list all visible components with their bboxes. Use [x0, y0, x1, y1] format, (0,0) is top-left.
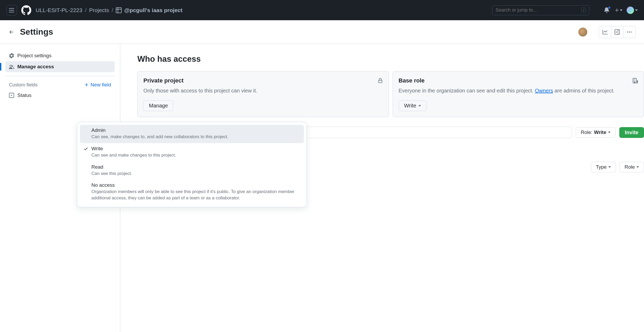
svg-point-1: [629, 32, 630, 33]
github-icon: [21, 5, 31, 15]
global-header: ULL-ESIT-PL-2223 / Projects / @pcgull's …: [0, 0, 644, 20]
card-body: Everyone in the organization can see and…: [399, 87, 638, 95]
private-project-card: Private project Only those with access t…: [137, 71, 389, 117]
organization-icon: [633, 78, 638, 84]
role-option-admin[interactable]: Admin Can see, make changes to, and add …: [80, 125, 304, 143]
sidebar-item-label: Project settings: [17, 53, 51, 59]
arrow-left-icon: [8, 29, 15, 35]
option-desc: Can see and make changes to this project…: [91, 152, 300, 158]
breadcrumb-separator: /: [85, 7, 86, 13]
user-menu[interactable]: [627, 7, 638, 14]
owner-avatar[interactable]: [578, 28, 587, 37]
view-controls: [599, 26, 636, 38]
base-role-card: Base role Everyone in the organization c…: [393, 71, 644, 117]
sidebar-item-label: Manage access: [17, 64, 54, 70]
role-option-read[interactable]: Read Can see this project.: [80, 162, 304, 180]
caret-down-icon: [635, 9, 638, 11]
role-option-write[interactable]: Write Can see and make changes to this p…: [80, 143, 304, 162]
breadcrumb-current[interactable]: @pcgull's iaas project: [116, 7, 183, 13]
avatar: [627, 7, 634, 14]
base-role-select[interactable]: Write: [399, 100, 427, 111]
people-icon: [9, 64, 14, 69]
breadcrumb-org[interactable]: ULL-ESIT-PL-2223: [36, 7, 82, 13]
gear-icon: [9, 53, 14, 58]
role-value: Write: [594, 129, 606, 135]
access-cards: Private project Only those with access t…: [137, 71, 644, 117]
insights-button[interactable]: [599, 26, 611, 38]
option-title: Admin: [91, 127, 300, 133]
page-subheader: Settings: [0, 20, 644, 44]
table-icon: [116, 7, 122, 13]
check-icon: [84, 146, 88, 151]
lock-icon: [378, 78, 383, 84]
caret-down-icon: [608, 132, 611, 133]
caret-down-icon: [608, 166, 611, 168]
manage-button[interactable]: Manage: [143, 100, 173, 111]
page-title: Settings: [20, 27, 53, 37]
new-field-label: New field: [91, 82, 111, 88]
search-input-wrapper[interactable]: /: [492, 5, 589, 15]
base-role-value: Write: [404, 103, 416, 109]
search-input[interactable]: [496, 7, 579, 13]
plus-icon: [615, 8, 619, 13]
kebab-icon: [627, 31, 632, 33]
sidebar-expand-icon: [615, 29, 620, 35]
notification-dot-icon: [608, 6, 611, 9]
sidebar-item-manage-access[interactable]: Manage access: [5, 61, 115, 72]
custom-fields-header: Custom fields New field: [5, 80, 115, 90]
menu-button[interactable]: [6, 5, 17, 15]
option-title: No access: [91, 182, 300, 188]
divider: [5, 76, 115, 76]
breadcrumb: ULL-ESIT-PL-2223 / Projects / @pcgull's …: [36, 7, 183, 13]
layout: Project settings Manage access Custom fi…: [0, 44, 644, 332]
card-title: Private project: [143, 77, 184, 84]
role-dropdown: Admin Can see, make changes to, and add …: [77, 122, 307, 207]
role-filter-label: Role: [625, 164, 635, 170]
option-desc: Can see this project.: [91, 170, 300, 177]
option-desc: Organization members will only be able t…: [91, 189, 300, 201]
sidebar-item-status[interactable]: Status: [5, 90, 115, 101]
panel-button[interactable]: [611, 26, 623, 38]
owners-link[interactable]: Owners: [535, 88, 553, 94]
invite-role-select[interactable]: Role: Write: [576, 127, 616, 138]
main-content: Who has access Private project Only thos…: [120, 44, 644, 332]
caret-down-icon: [418, 105, 421, 107]
single-select-icon: [9, 93, 14, 98]
caret-down-icon: [636, 166, 639, 168]
card-body: Only those with access to this project c…: [143, 87, 383, 95]
type-filter[interactable]: Type: [591, 162, 616, 172]
section-heading: Who has access: [137, 54, 644, 64]
caret-down-icon: [620, 9, 622, 11]
search-shortcut: /: [581, 8, 586, 13]
github-logo[interactable]: [21, 5, 32, 15]
more-button[interactable]: [623, 26, 635, 38]
project-name: @pcgull's iaas project: [124, 7, 183, 13]
option-desc: Can see, make changes to, and add new co…: [91, 134, 300, 140]
plus-icon: [84, 82, 89, 87]
type-label: Type: [596, 164, 607, 170]
role-label: Role:: [581, 129, 592, 135]
role-filter[interactable]: Role: [620, 162, 644, 172]
svg-point-2: [631, 32, 632, 33]
hamburger-icon: [9, 8, 14, 12]
breadcrumb-projects[interactable]: Projects: [89, 7, 109, 13]
new-field-button[interactable]: New field: [84, 82, 111, 88]
notifications-button[interactable]: [603, 7, 610, 14]
svg-point-0: [627, 32, 628, 33]
invite-button[interactable]: Invite: [619, 127, 644, 138]
back-button[interactable]: [8, 29, 15, 35]
option-title: Read: [91, 164, 300, 170]
breadcrumb-separator: /: [112, 7, 113, 13]
role-option-no-access[interactable]: No access Organization members will only…: [80, 180, 304, 204]
sidebar-item-project-settings[interactable]: Project settings: [5, 50, 115, 61]
create-new-button[interactable]: [615, 8, 622, 13]
graph-icon: [603, 29, 608, 35]
card-title: Base role: [399, 77, 425, 84]
custom-fields-label: Custom fields: [9, 82, 38, 88]
option-title: Write: [91, 146, 300, 152]
sidebar-item-label: Status: [17, 92, 32, 98]
